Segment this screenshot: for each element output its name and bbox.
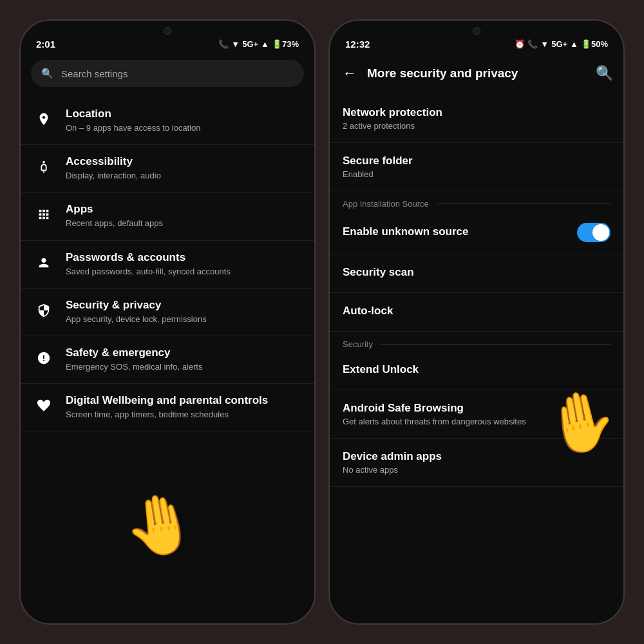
battery-text: 🔋73% [272, 39, 299, 49]
location-icon [33, 109, 54, 129]
safety-subtitle: Emergency SOS, medical info, alerts [66, 361, 301, 373]
phone-security: 12:32 ⏰ 📞 ▼ 5G+ ▲ 🔋50% ← More security a… [328, 19, 625, 625]
passwords-subtitle: Saved passwords, auto-fill, synced accou… [66, 266, 301, 278]
apps-title: Apps [66, 203, 301, 216]
alarm-icon: ⏰ [515, 39, 525, 49]
security-subtitle: App security, device lock, permissions [66, 314, 301, 325]
security-content: Network protection 2 active protections … [330, 95, 623, 623]
section-app-install: App Installation Source [330, 191, 623, 211]
camera-dot [164, 27, 171, 35]
camera-dot-right [473, 27, 480, 35]
safety-title: Safety & emergency [66, 346, 301, 359]
settings-item-accessibility[interactable]: Accessibility Display, interaction, audi… [21, 145, 314, 193]
apps-icon [33, 204, 54, 225]
screen-header: ← More security and privacy 🔍 [330, 55, 623, 95]
scan-title: Security scan [343, 266, 611, 279]
settings-item-safety[interactable]: Safety & emergency Emergency SOS, medica… [21, 336, 314, 384]
section-security: Security [330, 332, 623, 352]
sec-item-device-admin[interactable]: Device admin apps No active apps [330, 439, 623, 487]
settings-item-location[interactable]: Location On – 9 apps have access to loca… [21, 97, 314, 145]
sec-item-autolock[interactable]: Auto-lock [330, 293, 623, 332]
search-placeholder: Search settings [61, 68, 128, 79]
accessibility-icon [33, 156, 54, 177]
safe-browsing-title: Android Safe Browsing [343, 402, 611, 415]
sec-item-safe-browsing[interactable]: Android Safe Browsing Get alerts about t… [330, 390, 623, 439]
status-icons-right: ⏰ 📞 ▼ 5G+ ▲ 🔋50% [515, 39, 608, 49]
safety-icon [33, 348, 54, 368]
status-bar-left: 2:01 📞 ▼ 5G+ ▲ 🔋73% [21, 39, 314, 55]
signal-bars: ▲ [261, 39, 269, 49]
accessibility-title: Accessibility [66, 155, 301, 168]
sec-item-scan[interactable]: Security scan [330, 254, 623, 293]
security-text: Security & privacy App security, device … [66, 299, 301, 325]
security-list: Network protection 2 active protections … [330, 95, 623, 487]
wifi-icon2: ▼ [540, 39, 549, 49]
wifi-icon: ▼ [231, 39, 240, 49]
time-left: 2:01 [36, 39, 55, 50]
settings-content: 🔍 Search settings Location On – 9 apps h… [21, 55, 314, 623]
network-title: Network protection [343, 106, 611, 119]
unknown-source-toggle[interactable] [577, 223, 611, 242]
passwords-text: Passwords & accounts Saved passwords, au… [66, 251, 301, 278]
wellbeing-title: Digital Wellbeing and parental controls [66, 394, 301, 407]
sec-item-unknown-source[interactable]: Enable unknown source [330, 211, 623, 254]
settings-list: Location On – 9 apps have access to loca… [21, 97, 314, 431]
passwords-title: Passwords & accounts [66, 251, 301, 264]
phone-icon2: 📞 [527, 39, 538, 49]
accessibility-text: Accessibility Display, interaction, audi… [66, 155, 301, 182]
security-icon [33, 300, 54, 321]
secure-folder-title: Secure folder [343, 155, 611, 167]
unknown-source-text: Enable unknown source [343, 225, 469, 240]
network-subtitle: 2 active protections [343, 121, 611, 131]
battery2: 🔋50% [581, 39, 608, 49]
passwords-icon [33, 252, 54, 273]
settings-item-wellbeing[interactable]: Digital Wellbeing and parental controls … [21, 384, 314, 431]
device-admin-subtitle: No active apps [343, 465, 611, 475]
apps-subtitle: Recent apps, default apps [66, 218, 301, 229]
settings-item-apps[interactable]: Apps Recent apps, default apps [21, 193, 314, 240]
wellbeing-subtitle: Screen time, app timers, bedtime schedul… [66, 409, 301, 421]
phone-icon: 📞 [218, 39, 229, 49]
screen-title: More security and privacy [367, 66, 588, 80]
wellbeing-text: Digital Wellbeing and parental controls … [66, 394, 301, 421]
time-right: 12:32 [345, 39, 370, 50]
location-title: Location [66, 108, 301, 120]
notch-left [21, 21, 314, 39]
apps-text: Apps Recent apps, default apps [66, 203, 301, 229]
safe-browsing-subtitle: Get alerts about threats from dangerous … [343, 417, 611, 426]
signal-text: 5G+ [242, 39, 258, 49]
accessibility-subtitle: Display, interaction, audio [66, 170, 301, 182]
svg-point-0 [43, 161, 45, 164]
back-button[interactable]: ← [340, 62, 359, 84]
extend-unlock-title: Extend Unlock [343, 363, 611, 376]
search-bar[interactable]: 🔍 Search settings [31, 60, 304, 87]
status-bar-right: 12:32 ⏰ 📞 ▼ 5G+ ▲ 🔋50% [330, 39, 623, 55]
sec-item-network[interactable]: Network protection 2 active protections [330, 95, 623, 143]
autolock-title: Auto-lock [343, 305, 611, 317]
location-subtitle: On – 9 apps have access to location [66, 122, 301, 134]
header-search-button[interactable]: 🔍 [596, 65, 613, 82]
safety-text: Safety & emergency Emergency SOS, medica… [66, 346, 301, 373]
location-text: Location On – 9 apps have access to loca… [66, 108, 301, 134]
signal-text2: 5G+ [551, 39, 567, 49]
sec-item-secure-folder[interactable]: Secure folder Enabled [330, 143, 623, 191]
settings-item-passwords[interactable]: Passwords & accounts Saved passwords, au… [21, 241, 314, 289]
phone-settings: 2:01 📞 ▼ 5G+ ▲ 🔋73% 🔍 Search settings Lo… [19, 19, 316, 625]
notch-right [330, 21, 623, 39]
security-title: Security & privacy [66, 299, 301, 312]
secure-folder-subtitle: Enabled [343, 169, 611, 179]
status-icons-left: 📞 ▼ 5G+ ▲ 🔋73% [218, 39, 299, 49]
signal2: ▲ [570, 39, 578, 49]
sec-item-extend-unlock[interactable]: Extend Unlock [330, 352, 623, 390]
settings-item-security[interactable]: Security & privacy App security, device … [21, 289, 314, 336]
device-admin-title: Device admin apps [343, 450, 611, 463]
search-icon: 🔍 [41, 68, 53, 79]
unknown-source-title: Enable unknown source [343, 225, 469, 238]
wellbeing-icon [33, 395, 54, 416]
unknown-source-row: Enable unknown source [343, 223, 611, 242]
